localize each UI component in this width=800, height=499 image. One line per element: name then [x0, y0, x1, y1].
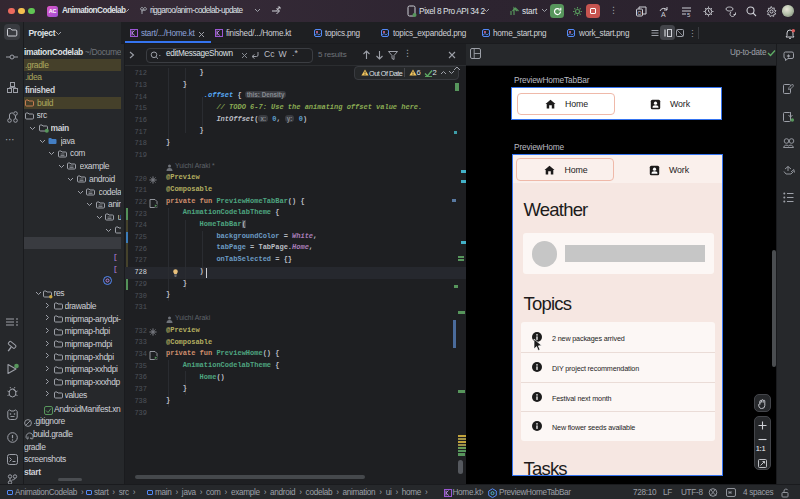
svg-text:O: O [638, 9, 642, 15]
svg-text:A: A [661, 10, 666, 17]
svg-text:5: 5 [687, 12, 691, 18]
